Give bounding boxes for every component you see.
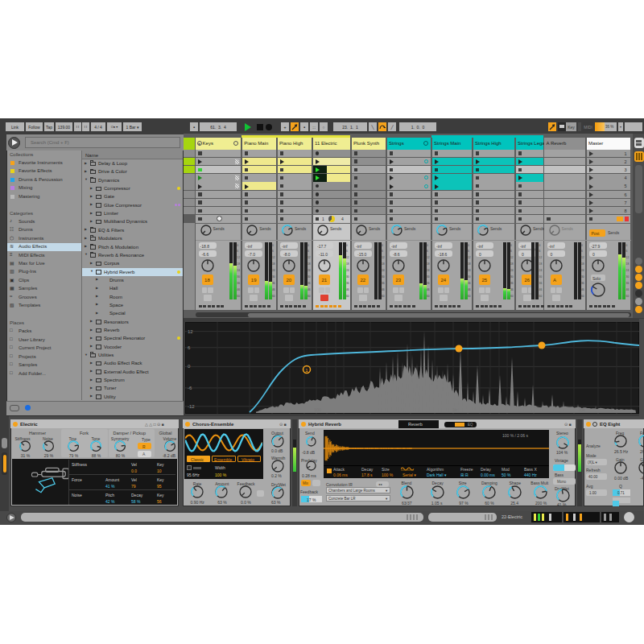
svg-text:1: 1 xyxy=(305,368,308,373)
svg-text:10k: 10k xyxy=(578,407,585,412)
svg-text:1k: 1k xyxy=(452,407,457,412)
svg-text:100: 100 xyxy=(314,407,321,412)
svg-text:-12: -12 xyxy=(188,404,195,409)
svg-text:12: 12 xyxy=(188,329,193,334)
svg-text:-6: -6 xyxy=(188,386,192,390)
